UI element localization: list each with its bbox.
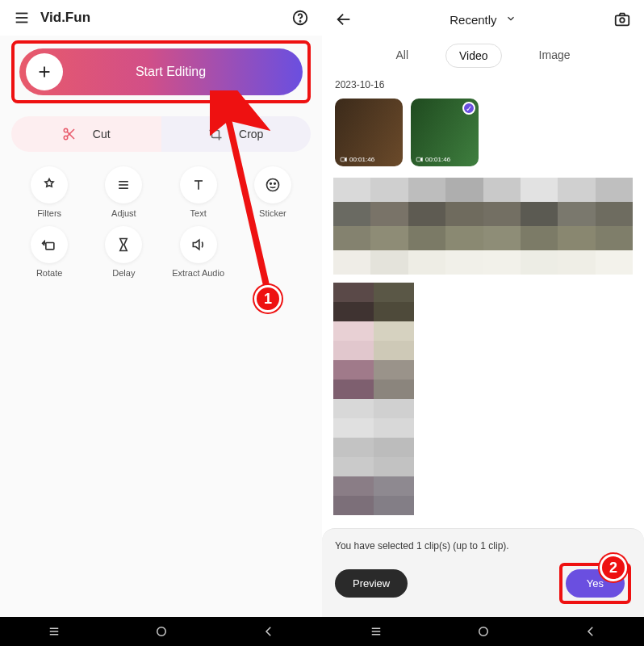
preview-button[interactable]: Preview — [335, 569, 408, 598]
cut-button[interactable]: Cut — [11, 116, 161, 152]
filters-icon — [31, 166, 68, 203]
thumb-duration: 00:01:46 — [340, 156, 374, 163]
audio-icon — [180, 226, 217, 263]
selection-sheet: You have selected 1 clip(s) (up to 1 cli… — [322, 528, 644, 617]
tool-label: Adjust — [111, 208, 136, 218]
scissors-icon — [62, 127, 77, 141]
adjust-icon — [105, 166, 142, 203]
tool-extract-audio[interactable]: Extract Audio — [164, 226, 233, 278]
svg-point-26 — [620, 18, 625, 23]
thumb-duration: 00:01:46 — [416, 156, 450, 163]
start-editing-button[interactable]: Start Editing — [19, 48, 303, 95]
svg-point-4 — [299, 21, 300, 22]
svg-rect-27 — [341, 157, 345, 162]
tool-label: Filters — [37, 208, 61, 218]
picker-header: Recently — [322, 0, 644, 39]
tool-label: Delay — [112, 268, 135, 278]
tab-image[interactable]: Image — [526, 44, 583, 68]
crop-icon — [208, 127, 223, 141]
annotation-step-2: 2 — [600, 554, 627, 581]
svg-point-18 — [274, 183, 276, 185]
tool-filters[interactable]: Filters — [15, 166, 84, 218]
text-icon — [180, 166, 217, 203]
back-icon[interactable] — [333, 9, 354, 30]
menu-icon[interactable] — [11, 7, 32, 28]
nav-back-icon[interactable] — [583, 624, 598, 639]
start-editing-highlight: Start Editing — [11, 40, 311, 103]
album-label: Recently — [450, 13, 496, 27]
tool-label: Extract Audio — [172, 268, 224, 278]
tool-sticker[interactable]: Sticker — [238, 166, 307, 218]
thumbnails-row: 00:01:46 ✓ 00:01:46 — [322, 94, 644, 178]
nav-home-icon[interactable] — [476, 624, 491, 639]
tool-rotate[interactable]: Rotate — [15, 226, 84, 278]
rotate-icon — [31, 226, 68, 263]
selected-check-icon: ✓ — [462, 102, 475, 115]
nav-recents-icon[interactable] — [47, 624, 61, 639]
app-title: Vid.Fun — [40, 10, 90, 26]
crop-label: Crop — [239, 128, 263, 141]
tool-label: Text — [190, 208, 207, 218]
video-thumbnail[interactable]: ✓ 00:01:46 — [411, 99, 479, 166]
nav-back-icon[interactable] — [261, 624, 276, 639]
svg-point-34 — [479, 627, 487, 636]
svg-rect-19 — [46, 243, 54, 250]
android-navbar — [0, 617, 322, 646]
video-thumbnail[interactable]: 00:01:46 — [335, 99, 403, 166]
tool-text[interactable]: Text — [164, 166, 233, 218]
crop-button[interactable]: Crop — [161, 116, 312, 152]
tool-label: Rotate — [36, 268, 62, 278]
svg-point-7 — [64, 128, 68, 132]
tool-label: Sticker — [259, 208, 286, 218]
redacted-content — [333, 283, 414, 515]
svg-point-8 — [64, 136, 68, 140]
tool-delay[interactable]: Delay — [89, 226, 158, 278]
svg-point-17 — [270, 183, 272, 185]
sticker-icon — [254, 166, 291, 203]
cut-label: Cut — [93, 128, 111, 141]
svg-point-23 — [157, 627, 165, 636]
svg-marker-28 — [345, 157, 346, 162]
tool-grid: Filters Adjust Text Sticker Rotate Delay… — [0, 157, 322, 287]
svg-marker-30 — [420, 157, 422, 162]
tab-video[interactable]: Video — [445, 44, 502, 68]
tool-adjust[interactable]: Adjust — [89, 166, 158, 218]
nav-recents-icon[interactable] — [369, 624, 383, 639]
help-icon[interactable] — [290, 7, 311, 28]
section-date: 2023-10-16 — [322, 76, 644, 94]
start-editing-label: Start Editing — [63, 65, 303, 79]
svg-point-16 — [266, 179, 278, 191]
chevron-down-icon — [505, 13, 516, 24]
plus-icon — [26, 53, 63, 90]
svg-rect-25 — [616, 15, 629, 25]
filter-tabs: All Video Image — [322, 39, 644, 76]
android-navbar — [322, 617, 644, 646]
delay-icon — [105, 226, 142, 263]
annotation-step-1: 1 — [254, 285, 282, 313]
svg-rect-29 — [416, 157, 420, 162]
selection-text: You have selected 1 clip(s) (up to 1 cli… — [335, 540, 631, 552]
redacted-content — [333, 178, 633, 275]
camera-icon[interactable] — [612, 9, 633, 30]
album-picker[interactable]: Recently — [354, 13, 612, 27]
nav-home-icon[interactable] — [154, 624, 169, 639]
tab-all[interactable]: All — [383, 44, 421, 68]
app-header: Vid.Fun — [0, 0, 322, 36]
